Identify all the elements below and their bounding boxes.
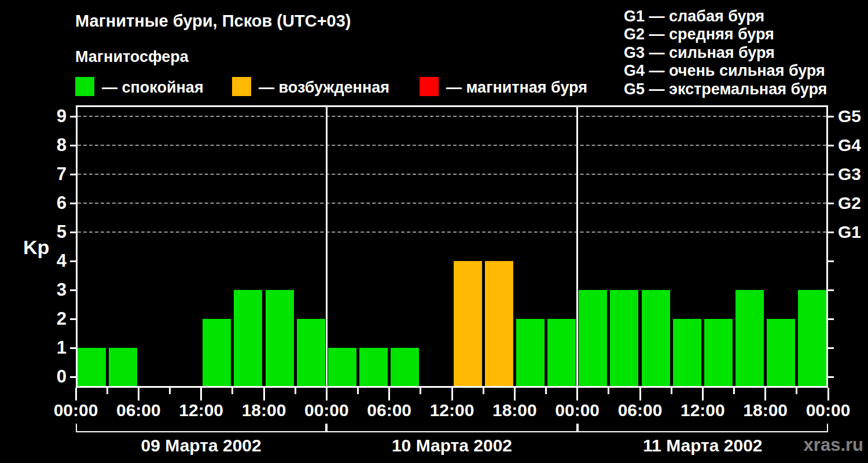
y-axis-tick-left [70, 203, 76, 204]
x-axis-major-tick [576, 388, 578, 400]
y-axis-label: 7 [32, 163, 67, 185]
y-axis-tick-right [828, 145, 834, 146]
y-axis-label: 2 [32, 308, 67, 330]
x-axis-label: 12:00 [170, 400, 233, 420]
y-axis-label: 9 [32, 105, 67, 127]
kp-bar [798, 290, 826, 386]
x-axis-label: 06:00 [609, 400, 671, 420]
x-axis-major-tick [764, 388, 766, 400]
x-axis-label: 18:00 [483, 400, 546, 420]
y-axis-label: 1 [32, 337, 67, 359]
y-axis-tick-left [70, 376, 76, 378]
y-axis-tick-right [828, 174, 834, 175]
day-bracket-line [326, 431, 577, 432]
x-axis-minor-tick [545, 388, 547, 394]
x-axis-major-tick [326, 388, 328, 400]
y-axis-tick-left [70, 289, 76, 291]
x-axis-major-tick [138, 388, 139, 400]
x-axis-major-tick [827, 388, 829, 400]
day-bracket-tick [326, 424, 328, 432]
gridline-kp8 [78, 145, 826, 146]
kp-bar-chart: 0123456789G1G2G3G4G500:0006:0012:0018:00… [0, 0, 868, 463]
x-axis-label: 18:00 [233, 400, 295, 420]
y-axis-tick-left [70, 347, 76, 349]
kp-bar [109, 348, 137, 386]
y-axis-tick-right [828, 260, 834, 262]
day-bracket-line [76, 431, 326, 432]
kp-bar [610, 290, 638, 386]
kp-bar [579, 290, 607, 386]
x-axis-minor-tick [608, 388, 609, 394]
y-axis-tick-left [70, 174, 76, 175]
y-axis-tick-right [828, 376, 834, 378]
kp-bar [297, 319, 325, 386]
kp-bar [203, 319, 231, 386]
kp-bar [642, 290, 670, 386]
y-axis-tick-right [828, 116, 834, 117]
x-axis-label: 00:00 [546, 400, 609, 420]
y-axis-tick-right [828, 203, 834, 204]
x-axis-label: 06:00 [107, 400, 170, 420]
kp-bar [266, 290, 294, 386]
x-axis-label: 18:00 [734, 400, 797, 420]
right-axis-label-g1: G1 [838, 222, 861, 242]
y-axis-tick-right [828, 232, 834, 233]
x-axis-label: 12:00 [421, 400, 483, 420]
right-axis-label-g2: G2 [838, 193, 861, 214]
gridline-kp9 [78, 116, 826, 117]
x-axis-minor-tick [295, 388, 296, 394]
x-axis-major-tick [702, 388, 704, 400]
kp-bar [485, 261, 513, 386]
y-axis-tick-left [70, 116, 76, 117]
x-axis-major-tick [200, 388, 202, 400]
y-axis-tick-left [70, 145, 76, 146]
right-axis-label-g3: G3 [838, 164, 861, 185]
day-bracket-tick [76, 424, 77, 432]
y-axis-tick-right [828, 289, 834, 291]
date-label: 09 Марта 2002 [76, 436, 326, 455]
kp-bar [735, 290, 764, 386]
kp-bar [359, 348, 388, 386]
x-axis-minor-tick [357, 388, 359, 394]
x-axis-major-tick [263, 388, 265, 400]
kp-bar [328, 348, 356, 386]
y-axis-label: 8 [32, 134, 67, 156]
gridline-kp7 [78, 174, 826, 175]
day-bracket-tick [578, 424, 579, 432]
day-separator-line [326, 107, 328, 386]
gridline-kp5 [78, 232, 826, 233]
gridline-kp6 [78, 203, 826, 204]
day-bracket-tick [827, 424, 828, 432]
kp-bar [391, 348, 419, 386]
date-label: 10 Марта 2002 [326, 436, 577, 455]
x-axis-label: 00:00 [295, 400, 358, 420]
x-axis-label: 12:00 [671, 400, 734, 420]
x-axis-minor-tick [231, 388, 233, 394]
right-axis-label-g4: G4 [838, 135, 861, 156]
x-axis-major-tick [451, 388, 453, 400]
kp-bar [547, 319, 576, 386]
x-axis-minor-tick [671, 388, 672, 394]
day-separator-line [576, 107, 578, 386]
x-axis-minor-tick [483, 388, 484, 394]
x-axis-major-tick [514, 388, 516, 400]
x-axis-minor-tick [796, 388, 797, 394]
kp-bar [673, 319, 701, 386]
day-bracket-line [578, 431, 828, 432]
x-axis-minor-tick [733, 388, 735, 394]
kp-bar [78, 348, 106, 386]
y-axis-label: 0 [32, 366, 67, 388]
y-axis-label: 5 [32, 221, 67, 243]
x-axis-minor-tick [169, 388, 171, 394]
y-axis-tick-right [828, 318, 834, 320]
kp-bar [454, 261, 482, 386]
x-axis-label: 00:00 [797, 400, 859, 420]
magnetogram-page: Магнитные бури, Псков (UTC+03) Магнитосф… [0, 0, 868, 463]
watermark: xras.ru [804, 435, 863, 455]
y-axis-label: 3 [32, 279, 67, 301]
x-axis-major-tick [639, 388, 641, 400]
right-axis-label-g5: G5 [838, 106, 861, 127]
x-axis-label: 06:00 [358, 400, 421, 420]
kp-bar [516, 319, 545, 386]
x-axis-label: 00:00 [45, 400, 107, 420]
